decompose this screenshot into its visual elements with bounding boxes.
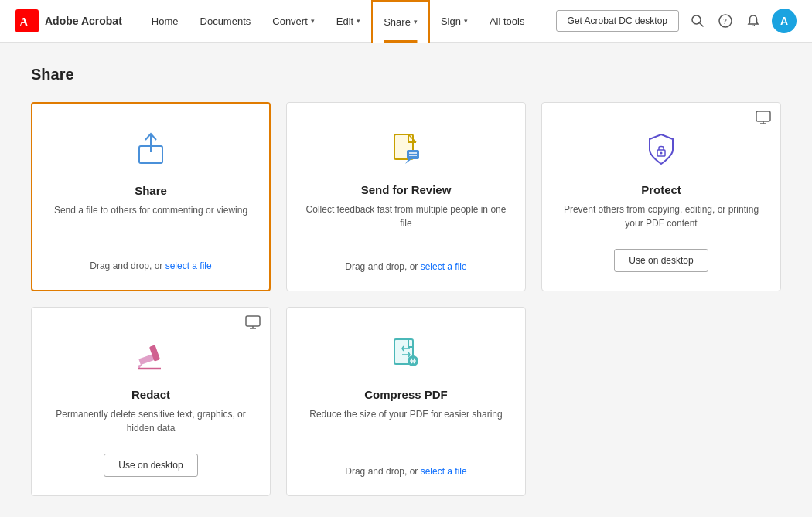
desktop-badge-protect	[756, 111, 771, 124]
nav-item-convert[interactable]: Convert ▾	[261, 0, 326, 43]
card-compress-title: Compress PDF	[364, 388, 448, 401]
get-desktop-button[interactable]: Get Acrobat DC desktop	[556, 10, 679, 32]
desktop-badge-redact	[245, 315, 261, 329]
svg-text:A: A	[19, 15, 29, 29]
nav-item-home[interactable]: Home	[141, 0, 189, 43]
card-compress-footer: Drag and drop, or select a file	[345, 466, 466, 477]
nav-label-convert: Convert	[272, 15, 308, 27]
send-review-icon	[383, 126, 429, 172]
card-redact[interactable]: Redact Permanently delete sensitive text…	[31, 307, 271, 496]
card-send-for-review[interactable]: Send for Review Collect feedback fast fr…	[286, 102, 526, 291]
nav-label-alltools: All tools	[490, 15, 525, 27]
nav-item-share[interactable]: Share ▾	[371, 0, 430, 43]
card-review-title: Send for Review	[361, 183, 452, 196]
svg-point-17	[660, 152, 663, 155]
compress-icon	[383, 331, 429, 377]
help-icon[interactable]: ?	[716, 12, 735, 30]
share-icon	[128, 127, 174, 173]
nav-label-edit: Edit	[336, 15, 353, 27]
card-protect-title: Protect	[641, 183, 681, 196]
nav-label-sign: Sign	[441, 15, 461, 27]
card-compress-pdf[interactable]: Compress PDF Reduce the size of your PDF…	[286, 307, 526, 496]
chevron-down-icon: ▾	[357, 17, 360, 25]
bell-icon[interactable]	[744, 12, 763, 30]
avatar[interactable]: A	[772, 9, 797, 33]
nav-item-edit[interactable]: Edit ▾	[326, 0, 371, 43]
nav-right: Get Acrobat DC desktop ? A	[556, 9, 797, 33]
brand-name: Adobe Acrobat	[45, 15, 122, 27]
svg-rect-18	[246, 316, 260, 326]
svg-text:?: ?	[723, 16, 727, 26]
nav-item-sign[interactable]: Sign ▾	[430, 0, 479, 43]
chevron-down-icon: ▾	[311, 17, 315, 25]
drag-drop-text-5: Drag and drop, or	[345, 466, 420, 477]
brand: A Adobe Acrobat	[15, 9, 122, 32]
card-protect-desc: Prevent others from copying, editing, or…	[558, 202, 765, 230]
brand-logo-icon: A	[15, 9, 39, 32]
card-review-desc: Collect feedback fast from multiple peop…	[302, 202, 510, 246]
redact-desktop-button[interactable]: Use on desktop	[104, 454, 197, 477]
nav-items: Home Documents Convert ▾ Edit ▾ Share ▾ …	[141, 0, 556, 43]
nav-label-documents: Documents	[200, 15, 251, 27]
protect-desktop-button[interactable]: Use on desktop	[614, 249, 708, 272]
nav-label-share: Share	[384, 16, 411, 28]
card-share-title: Share	[135, 184, 167, 197]
select-file-link-2[interactable]: select a file	[421, 261, 467, 272]
page-title: Share	[31, 66, 781, 83]
select-file-link[interactable]: select a file	[165, 260, 212, 271]
card-protect[interactable]: Protect Prevent others from copying, edi…	[541, 102, 781, 291]
protect-icon	[638, 126, 684, 172]
svg-line-3	[700, 23, 704, 27]
svg-rect-9	[407, 150, 419, 159]
drag-drop-text-2: Drag and drop, or	[345, 261, 420, 272]
card-redact-title: Redact	[131, 388, 170, 401]
svg-rect-13	[756, 111, 770, 121]
cards-grid: Share Send a file to others for commenti…	[31, 102, 781, 496]
card-share-footer: Drag and drop, or select a file	[90, 260, 211, 271]
card-share-desc: Send a file to others for commenting or …	[54, 203, 247, 245]
nav-item-documents[interactable]: Documents	[189, 0, 262, 43]
card-redact-desc: Permanently delete sensitive text, graph…	[47, 407, 254, 435]
active-underline	[384, 40, 418, 43]
main-content: Share Share Send a file to others for co…	[0, 43, 812, 517]
search-icon[interactable]	[688, 12, 707, 30]
chevron-down-icon: ▾	[414, 18, 418, 26]
navbar: A Adobe Acrobat Home Documents Convert ▾…	[0, 0, 812, 43]
card-review-footer: Drag and drop, or select a file	[345, 261, 466, 272]
card-compress-desc: Reduce the size of your PDF for easier s…	[309, 407, 502, 451]
nav-item-alltools[interactable]: All tools	[479, 0, 536, 43]
redact-icon	[128, 331, 174, 377]
chevron-down-icon: ▾	[464, 17, 468, 25]
drag-drop-text: Drag and drop, or	[90, 260, 165, 271]
select-file-link-5[interactable]: select a file	[421, 466, 467, 477]
card-share[interactable]: Share Send a file to others for commenti…	[31, 102, 271, 291]
nav-label-home: Home	[152, 15, 179, 27]
